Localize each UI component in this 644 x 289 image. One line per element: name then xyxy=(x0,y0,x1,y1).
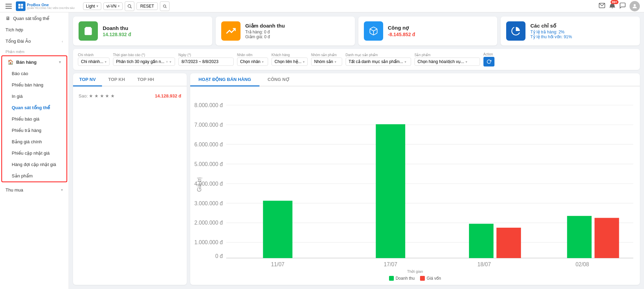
giam-doanh-thu-info: Giảm doanh thu Trả hàng: 0 đ Giảm giá: 0… xyxy=(245,23,285,39)
action-label: Action xyxy=(483,52,494,56)
svg-rect-1 xyxy=(21,4,23,6)
hamburger-menu[interactable] xyxy=(4,2,13,10)
tab-top-nv[interactable]: TOP NV xyxy=(73,73,102,86)
cong-no-title: Công nợ xyxy=(388,25,415,31)
theme-select[interactable]: Light ▾ xyxy=(83,2,101,10)
tab-cong-no[interactable]: CÔNG NỢ xyxy=(259,73,298,86)
chevron-down-icon: ▾ xyxy=(262,60,264,64)
email-icon[interactable] xyxy=(599,2,605,10)
svg-text:6.000.000 đ: 6.000.000 đ xyxy=(194,142,223,147)
trend-icon-bg xyxy=(221,21,241,41)
danh-muc-label: Danh mục sản phẩm xyxy=(346,53,411,57)
san-pham-select[interactable]: Chọn hàng hóa/dịch vụ... ▾ xyxy=(415,58,480,66)
filter-chi-nhanh: Chi nhánh Chi nhánh... ▾ xyxy=(78,53,110,66)
top-nv-row: Sao: ★ ★ ★ ★ ★ 14.128.932 đ xyxy=(79,91,181,101)
logo: ProBox One QUẢN TRỊ CÔNG TÁC VIÊN CHUYÊN… xyxy=(16,1,75,11)
svg-rect-0 xyxy=(18,4,20,6)
filter-nhom-sp: Nhóm sản phẩm Nhóm sản ▾ xyxy=(311,53,342,66)
thoi-gian-select[interactable]: Phân tích 30 ngày gần n... × ▾ xyxy=(113,58,175,66)
chi-nhanh-select[interactable]: Chi nhánh... ▾ xyxy=(78,58,110,66)
sidebar-item-tong-dai[interactable]: Tổng Đài Ảo ‹ xyxy=(0,35,69,47)
search-small-icon-btn[interactable] xyxy=(160,1,170,11)
filter-thoi-gian: Thời gian báo cáo (*) Phân tích 30 ngày … xyxy=(113,53,175,66)
nhom-sp-select[interactable]: Nhóm sản ▾ xyxy=(311,58,342,66)
cong-no-info: Công nợ -8.145.852 đ xyxy=(388,25,415,37)
reset-button[interactable]: RESET xyxy=(136,2,158,10)
chat-icon[interactable] xyxy=(619,2,626,10)
khach-hang-value: Chọn liên hệ... xyxy=(275,59,301,64)
svg-point-6 xyxy=(163,5,166,7)
chevron-down-icon: ▾ xyxy=(170,60,171,64)
avatar[interactable] xyxy=(630,1,640,11)
topbar-left: ProBox One QUẢN TRỊ CÔNG TÁC VIÊN CHUYÊN… xyxy=(4,1,170,11)
chevron-down-icon: ▾ xyxy=(303,60,305,64)
bottom-section: TOP NV TOP KH TOP HH Sao: ★ ★ ★ ★ ★ xyxy=(73,73,640,285)
main-layout: 🖥 Quan sát tổng thể Tích hợp Tổng Đài Ảo… xyxy=(0,12,644,289)
doanh-thu-title: Doanh thu xyxy=(103,25,131,31)
tab-top-hh[interactable]: TOP HH xyxy=(131,73,161,86)
svg-line-5 xyxy=(131,7,132,8)
left-panel-tabs: TOP NV TOP KH TOP HH xyxy=(73,73,187,86)
filter-san-pham: Sản phẩm Chọn hàng hóa/dịch vụ... ▾ xyxy=(415,53,480,66)
sidebar-item-quan-sat-tong-the[interactable]: Quan sát tổng thể xyxy=(2,102,67,113)
notification-icon[interactable]: 99+ xyxy=(609,2,616,10)
action-refresh-button[interactable] xyxy=(483,57,494,66)
logo-name: ProBox One xyxy=(27,3,75,7)
nhom-sp-value: Nhóm sản xyxy=(314,59,333,64)
bar-chart-svg: 8.000.000 đ 7.000.000 đ 6.000.000 đ 5.00… xyxy=(194,91,636,269)
chart-tabs: HOẠT ĐỘNG BÁN HÀNG CÔNG NỢ xyxy=(190,73,640,86)
giam-doanh-thu-title: Giảm doanh thu xyxy=(245,23,285,29)
sidebar-item-phieu-ban-hang[interactable]: Phiếu bán hàng xyxy=(2,79,67,91)
san-pham-label: Sản phẩm xyxy=(415,53,480,57)
sidebar-item-bao-cao[interactable]: Báo cáo xyxy=(2,68,67,79)
sidebar-item-hang-doi-cap-nhat-gia[interactable]: Hàng đợi cập nhật giá xyxy=(2,159,67,170)
logo-text: ProBox One QUẢN TRỊ CÔNG TÁC VIÊN CHUYÊN… xyxy=(27,3,75,10)
svg-text:0 đ: 0 đ xyxy=(215,253,223,259)
khach-hang-select[interactable]: Chọn liên hệ... ▾ xyxy=(272,58,308,66)
nhan-vien-select[interactable]: Chọn nhân ▾ xyxy=(237,58,268,66)
giam-doanh-thu-sub: Trả hàng: 0 đ Giảm giá: 0 đ xyxy=(245,30,285,39)
svg-line-7 xyxy=(165,7,166,8)
hang-doi-cap-nhat-gia-label: Hàng đợi cập nhật giá xyxy=(12,162,56,167)
ban-hang-submenu: Báo cáo Phiếu bán hàng In giá Quan sát t… xyxy=(2,68,67,182)
sidebar-item-tich-hop[interactable]: Tích hợp xyxy=(0,24,69,35)
sidebar-item-in-gia[interactable]: In giá xyxy=(2,91,67,102)
filter-ngay: Ngày (*) 8/7/2023 ~ 8/8/2023 xyxy=(178,53,234,66)
topbar-controls: Light ▾ vi-VN ▾ RESET xyxy=(83,1,170,11)
lang-select[interactable]: vi-VN ▾ xyxy=(103,2,123,10)
sidebar-item-phieu-cap-nhat-gia[interactable]: Phiếu cập nhật giá xyxy=(2,147,67,159)
svg-rect-2 xyxy=(18,6,20,8)
sidebar-item-thu-mua[interactable]: Thu mua ▾ xyxy=(0,184,69,196)
legend-gia-von-label: Giá vốn xyxy=(427,276,441,281)
sidebar-item-quan-sat[interactable]: 🖥 Quan sát tổng thể xyxy=(0,12,69,24)
chevron-down-icon: ▾ xyxy=(105,60,106,64)
thoi-gian-value: Phân tích 30 ngày gần n... xyxy=(116,59,164,64)
sidebar-item-phieu-tra-hang[interactable]: Phiếu trả hàng xyxy=(2,125,67,136)
bar-18-07-gia-von xyxy=(497,228,521,258)
sidebar-item-san-pham[interactable]: Sản phẩm xyxy=(2,170,67,182)
chi-nhanh-value: Chi nhánh... xyxy=(81,59,103,64)
danh-muc-select[interactable]: Tất cả danh mục sản phẩm... ▾ xyxy=(346,58,411,66)
svg-text:1.000.000 đ: 1.000.000 đ xyxy=(194,239,223,245)
sidebar-section-phan-mem: Phần mềm xyxy=(0,47,69,55)
legend-gia-von: Giá vốn xyxy=(420,276,441,281)
bar-11-07-doanh-thu xyxy=(263,201,292,258)
tab-hoat-dong-ban-hang[interactable]: HOẠT ĐỘNG BÁN HÀNG xyxy=(190,73,259,86)
nv-amount: 14.128.932 đ xyxy=(155,93,181,99)
search-icon-btn[interactable] xyxy=(125,1,134,11)
chevron-right-icon: ‹ xyxy=(62,39,63,43)
ngay-select[interactable]: 8/7/2023 ~ 8/8/2023 xyxy=(178,58,234,66)
cac-chi-so-sub: Tỷ lệ trả hàng: 2% Tỷ lệ thu hồi vốn: 91… xyxy=(530,30,572,39)
topbar: ProBox One QUẢN TRỊ CÔNG TÁC VIÊN CHUYÊN… xyxy=(0,0,644,12)
sidebar-item-phieu-bao-gia[interactable]: Phiếu báo giá xyxy=(2,113,67,125)
chevron-down-icon: ▾ xyxy=(61,188,63,192)
sidebar-item-bang-gia-chinh[interactable]: Bảng giá chính xyxy=(2,136,67,147)
svg-text:2.000.000 đ: 2.000.000 đ xyxy=(194,220,223,226)
clear-icon[interactable]: × xyxy=(166,60,168,64)
san-pham-value: Chọn hàng hóa/dịch vụ... xyxy=(418,59,464,64)
sidebar-item-ban-hang[interactable]: 🏠 Bán hàng ▾ xyxy=(2,56,67,68)
chevron-down-icon: ▾ xyxy=(335,60,336,64)
chevron-down-icon: ▾ xyxy=(118,4,120,8)
tab-top-kh[interactable]: TOP KH xyxy=(102,73,131,86)
x-axis-label: Thời gian xyxy=(194,269,636,274)
